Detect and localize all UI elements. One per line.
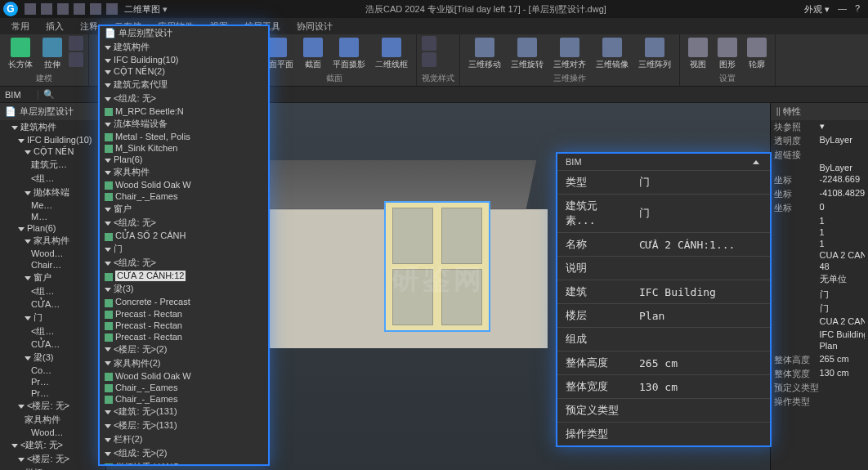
tree-node[interactable]: M_Sink Kitchen xyxy=(100,142,268,154)
qat-print-icon[interactable] xyxy=(106,3,118,15)
tree-node[interactable]: Pr… xyxy=(0,376,105,387)
tree-node-selected[interactable]: CỬA 2 CÁNH:12 xyxy=(100,270,268,282)
tree-node[interactable]: Chair_-_Eames xyxy=(100,393,268,405)
property-row[interactable]: 整体高度265 cm xyxy=(771,353,868,367)
collapse-icon[interactable] xyxy=(753,160,759,164)
tree-node[interactable]: Plan(6) xyxy=(0,222,105,234)
tree-node[interactable]: <建筑: 无> xyxy=(0,438,105,452)
tree-node[interactable]: Precast - Rectan xyxy=(100,320,268,331)
tree-node[interactable]: <建筑: 无>(131) xyxy=(100,405,268,419)
minimize-button[interactable]: — xyxy=(838,3,847,16)
tree-node[interactable]: Me… xyxy=(0,199,105,211)
tree-node[interactable]: M… xyxy=(0,211,105,222)
tree-node[interactable]: 建筑构件 xyxy=(0,120,105,134)
tree-node[interactable]: CỘT NỀN xyxy=(0,145,105,158)
properties-type-combo[interactable]: 块参照▾ xyxy=(771,120,868,134)
tree-node[interactable]: 家具构件 xyxy=(0,413,105,427)
tree-node[interactable]: <组… xyxy=(0,284,105,298)
tree-node[interactable]: 📄 单层别墅设计 xyxy=(100,26,268,40)
property-row[interactable]: 1 xyxy=(771,215,868,226)
tree-node[interactable]: 栏杆… xyxy=(0,466,105,470)
tree-node[interactable]: <组成: 无> xyxy=(100,256,268,270)
tree-node[interactable]: 栏杆扶手:HANG xyxy=(100,460,268,466)
tree-node[interactable]: 门 xyxy=(0,311,105,325)
tree-node[interactable]: 窗户 xyxy=(100,202,268,216)
bim-property-row[interactable]: 建筑IFC Building xyxy=(557,280,770,304)
tree-node[interactable]: Chair_-_Eames xyxy=(100,382,268,393)
bim-property-row[interactable]: 说明 xyxy=(557,257,770,280)
tree-node[interactable]: CỬA SỐ 2 CÁNH xyxy=(100,230,268,242)
tree-node[interactable]: IFC Building(10) xyxy=(100,54,268,65)
3dmirror-button[interactable]: 三维镜像 xyxy=(593,36,632,72)
property-row[interactable]: 整体宽度130 cm xyxy=(771,367,868,381)
bim-property-row[interactable]: 楼层Plan xyxy=(557,304,770,328)
tree-node[interactable]: Co… xyxy=(0,365,105,376)
property-row[interactable]: 1 xyxy=(771,238,868,249)
property-row[interactable]: 预定义类型 xyxy=(771,381,868,395)
tree-node[interactable]: <组成: 无> xyxy=(100,92,268,105)
tree-node[interactable]: 门 xyxy=(100,242,268,256)
bim-property-row[interactable]: 预定义类型 xyxy=(557,399,770,423)
bim-property-row[interactable]: 整体高度265 cm xyxy=(557,351,770,375)
tree-node[interactable]: <楼层: 无>(131) xyxy=(100,419,268,432)
search-icon[interactable]: 🔍 xyxy=(43,89,55,100)
tab-insert[interactable]: 插入 xyxy=(39,19,70,34)
section-button[interactable]: 截面 xyxy=(300,36,326,72)
property-row[interactable]: ByLayer xyxy=(771,162,868,173)
qat-undo-icon[interactable] xyxy=(74,3,85,15)
tree-header[interactable]: 📄 单层别墅设计 xyxy=(0,103,105,120)
tree-node[interactable]: 栏杆(2) xyxy=(100,432,268,446)
property-row[interactable]: 透明度ByLayer xyxy=(771,134,868,148)
tree-node[interactable]: 窗户 xyxy=(0,271,105,284)
property-row[interactable]: 坐标0 xyxy=(771,201,868,215)
tree-node[interactable]: 建筑构件 xyxy=(100,40,268,54)
bim-property-row[interactable]: 操作类型 xyxy=(557,423,770,446)
vs-1[interactable] xyxy=(422,36,436,51)
property-row[interactable]: IFC Building xyxy=(771,329,868,340)
tree-node[interactable]: Metal - Steel, Polis xyxy=(100,131,268,142)
tab-collab[interactable]: 协同设计 xyxy=(290,19,339,34)
bim-overlay-title[interactable]: BIM xyxy=(557,154,770,170)
tree-node[interactable]: <楼层: 无> xyxy=(0,399,105,413)
qat-open-icon[interactable] xyxy=(41,3,52,15)
tree-node[interactable]: Chair_-_Eames xyxy=(100,190,268,202)
bim-property-row[interactable]: 名称CỬA 2 CÁNH:1... xyxy=(557,233,770,257)
property-row[interactable]: Plan xyxy=(771,340,868,351)
tree-node[interactable]: 建筑元… xyxy=(0,158,105,172)
wireframe-button[interactable]: 二维线框 xyxy=(372,36,411,72)
tree-node[interactable]: Plan(6) xyxy=(100,154,268,165)
tab-common[interactable]: 常用 xyxy=(5,19,36,34)
tree-node[interactable]: <组成: 无> xyxy=(100,216,268,230)
tree-node[interactable]: Precast - Rectan xyxy=(100,308,268,320)
tree-node[interactable]: CỘT NỀN(2) xyxy=(100,65,268,78)
property-row[interactable]: 坐标-2248.669 xyxy=(771,173,868,187)
drawing-button[interactable]: 图形 xyxy=(714,36,740,72)
3drotate-button[interactable]: 三维旋转 xyxy=(508,36,547,72)
help-icon[interactable]: ? xyxy=(855,3,860,16)
tree-node[interactable]: 家具构件(2) xyxy=(100,356,268,370)
tree-node[interactable]: Pr… xyxy=(0,387,105,399)
tree-node[interactable]: 流体终端设备 xyxy=(100,117,268,131)
3darray-button[interactable]: 三维阵列 xyxy=(635,36,674,72)
tree-node[interactable]: <组… xyxy=(0,325,105,338)
tree-node[interactable]: Wood… xyxy=(0,248,105,259)
tree-node[interactable]: 家具构件 xyxy=(100,165,268,179)
tree-node[interactable]: Concrete - Precast xyxy=(100,296,268,307)
property-row[interactable]: 坐标-4108.4829 xyxy=(771,187,868,201)
tree-node[interactable]: IFC Building(10) xyxy=(0,134,105,145)
tree-node[interactable]: CỬA… xyxy=(0,338,105,351)
workspace-combo[interactable]: 二维草图 ▾ xyxy=(124,3,168,16)
bim-property-row[interactable]: 组成 xyxy=(557,328,770,351)
property-row[interactable]: 门 xyxy=(771,302,868,316)
profile-button[interactable]: 轮廓 xyxy=(744,36,770,72)
tree-node[interactable]: 抛体终端 xyxy=(0,186,105,199)
solid-small-2[interactable] xyxy=(69,52,83,67)
bim-property-row[interactable]: 建筑元素...门 xyxy=(557,195,770,233)
tree-node[interactable]: <楼层: 无> xyxy=(0,452,105,466)
property-row[interactable]: 操作类型 xyxy=(771,395,868,409)
extrude-button[interactable]: 拉伸 xyxy=(39,36,65,72)
tree-node[interactable]: Wood Solid Oak W xyxy=(100,370,268,382)
property-row[interactable]: 门 xyxy=(771,288,868,302)
bim-property-row[interactable]: 整体宽度130 cm xyxy=(557,375,770,399)
tree-node[interactable]: <组… xyxy=(0,172,105,186)
